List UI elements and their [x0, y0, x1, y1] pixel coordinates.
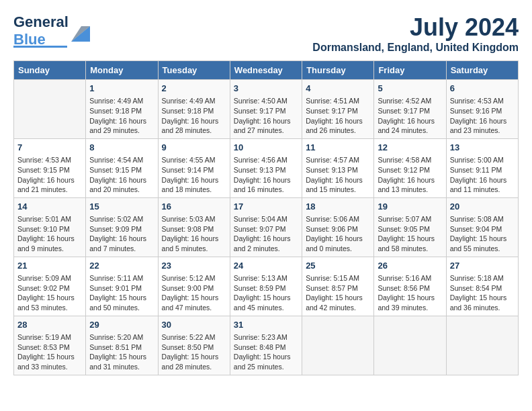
day-of-week-header: Saturday [446, 61, 518, 80]
cell-content-line: and 24 minutes. [378, 126, 442, 136]
cell-content-line: Sunrise: 4:53 AM [450, 96, 515, 106]
cell-content-line: Sunset: 8:57 PM [306, 283, 370, 293]
calendar-week-row: 14Sunrise: 5:01 AMSunset: 9:10 PMDayligh… [14, 197, 519, 257]
cell-content-line: Sunrise: 4:49 AM [162, 96, 226, 106]
day-number: 2 [162, 83, 226, 95]
cell-content-line: and 47 minutes. [162, 303, 226, 313]
cell-content-line: and 7 minutes. [89, 244, 154, 254]
cell-content-line: and 9 minutes. [17, 244, 82, 254]
cell-content-line: and 28 minutes. [162, 362, 226, 372]
cell-content-line: Daylight: 16 hours [378, 175, 442, 185]
page-header: GeneralBlue July 2024 Dormansland, Engla… [13, 13, 519, 54]
cell-content-line: Sunrise: 4:49 AM [89, 96, 154, 106]
location: Dormansland, England, United Kingdom [312, 42, 519, 54]
cell-content-line: and 58 minutes. [378, 244, 442, 254]
cell-content-line: Daylight: 16 hours [378, 116, 442, 126]
day-of-week-header: Tuesday [158, 61, 230, 80]
cell-content-line: Daylight: 15 hours [162, 293, 226, 303]
cell-content-line: Daylight: 15 hours [306, 293, 370, 303]
cell-content-line: Sunset: 9:12 PM [378, 165, 442, 175]
cell-content-line: Sunrise: 5:16 AM [378, 273, 442, 283]
cell-content-line: Daylight: 16 hours [162, 116, 226, 126]
logo-text: GeneralBlue [13, 13, 69, 48]
cell-content-line: and 28 minutes. [162, 126, 226, 136]
cell-content-line: Daylight: 16 hours [162, 175, 226, 185]
cell-content-line: Sunrise: 4:53 AM [17, 155, 82, 165]
calendar-cell: 28Sunrise: 5:19 AMSunset: 8:53 PMDayligh… [14, 316, 86, 375]
day-number: 25 [306, 260, 370, 272]
cell-content-line: Sunset: 8:56 PM [378, 283, 442, 293]
cell-content-line: Sunset: 9:10 PM [17, 224, 82, 234]
day-number: 22 [89, 260, 154, 272]
calendar-cell: 11Sunrise: 4:57 AMSunset: 9:13 PMDayligh… [302, 138, 374, 197]
cell-content-line: Sunrise: 5:02 AM [89, 214, 154, 224]
cell-content-line: and 0 minutes. [306, 244, 370, 254]
day-number: 9 [162, 142, 226, 154]
day-number: 7 [17, 142, 82, 154]
day-of-week-header: Monday [86, 61, 158, 80]
cell-content-line: and 27 minutes. [234, 126, 298, 136]
cell-content-line: Daylight: 15 hours [17, 293, 82, 303]
cell-content-line: and 29 minutes. [89, 126, 154, 136]
cell-content-line: Daylight: 16 hours [234, 175, 298, 185]
cell-content-line: Sunrise: 5:23 AM [234, 332, 298, 342]
day-number: 1 [89, 83, 154, 95]
cell-content-line: Sunrise: 5:01 AM [17, 214, 82, 224]
cell-content-line: and 42 minutes. [306, 303, 370, 313]
cell-content-line: Sunrise: 4:57 AM [306, 155, 370, 165]
cell-content-line: and 2 minutes. [234, 244, 298, 254]
cell-content-line: Sunset: 9:13 PM [234, 165, 298, 175]
calendar-cell: 20Sunrise: 5:08 AMSunset: 9:04 PMDayligh… [446, 197, 518, 257]
cell-content-line: Sunrise: 5:03 AM [162, 214, 226, 224]
day-number: 8 [89, 142, 154, 154]
cell-content-line: Daylight: 15 hours [450, 293, 515, 303]
cell-content-line: and 13 minutes. [378, 185, 442, 195]
logo: GeneralBlue [13, 13, 91, 48]
calendar-cell: 10Sunrise: 4:56 AMSunset: 9:13 PMDayligh… [230, 138, 302, 197]
cell-content-line: Sunrise: 5:12 AM [162, 273, 226, 283]
cell-content-line: Sunrise: 4:58 AM [378, 155, 442, 165]
day-number: 12 [378, 142, 442, 154]
cell-content-line: Daylight: 15 hours [234, 352, 298, 362]
cell-content-line: Sunrise: 4:52 AM [378, 96, 442, 106]
cell-content-line: and 36 minutes. [450, 303, 515, 313]
day-number: 18 [306, 201, 370, 213]
cell-content-line: Daylight: 16 hours [89, 116, 154, 126]
calendar-cell [14, 80, 86, 139]
day-number: 20 [450, 201, 515, 213]
cell-content-line: Sunrise: 5:18 AM [450, 273, 515, 283]
cell-content-line: Sunset: 9:16 PM [450, 106, 515, 116]
cell-content-line: Sunset: 9:04 PM [450, 224, 515, 234]
calendar-cell: 3Sunrise: 4:50 AMSunset: 9:17 PMDaylight… [230, 80, 302, 139]
day-number: 24 [234, 260, 298, 272]
calendar-cell: 15Sunrise: 5:02 AMSunset: 9:09 PMDayligh… [86, 197, 158, 257]
logo-underline [13, 46, 67, 48]
cell-content-line: Sunrise: 4:55 AM [162, 155, 226, 165]
cell-content-line: Sunset: 9:15 PM [89, 165, 154, 175]
cell-content-line: Daylight: 16 hours [17, 234, 82, 244]
calendar-cell: 4Sunrise: 4:51 AMSunset: 9:17 PMDaylight… [302, 80, 374, 139]
calendar-week-row: 7Sunrise: 4:53 AMSunset: 9:15 PMDaylight… [14, 138, 519, 197]
calendar-cell: 19Sunrise: 5:07 AMSunset: 9:05 PMDayligh… [374, 197, 446, 257]
day-number: 16 [162, 201, 226, 213]
cell-content-line: and 53 minutes. [17, 303, 82, 313]
calendar-cell: 31Sunrise: 5:23 AMSunset: 8:48 PMDayligh… [230, 316, 302, 375]
calendar-cell [302, 316, 374, 375]
cell-content-line: Daylight: 15 hours [450, 234, 515, 244]
day-number: 3 [234, 83, 298, 95]
cell-content-line: Sunrise: 5:15 AM [306, 273, 370, 283]
cell-content-line: Sunrise: 4:51 AM [306, 96, 370, 106]
cell-content-line: Sunset: 9:15 PM [17, 165, 82, 175]
cell-content-line: and 23 minutes. [450, 126, 515, 136]
cell-content-line: Sunset: 9:00 PM [162, 283, 226, 293]
day-number: 23 [162, 260, 226, 272]
cell-content-line: Sunrise: 5:06 AM [306, 214, 370, 224]
calendar-cell [374, 316, 446, 375]
calendar-cell: 26Sunrise: 5:16 AMSunset: 8:56 PMDayligh… [374, 257, 446, 316]
cell-content-line: and 31 minutes. [89, 362, 154, 372]
cell-content-line: Sunrise: 5:04 AM [234, 214, 298, 224]
cell-content-line: Sunset: 9:05 PM [378, 224, 442, 234]
calendar-cell [446, 316, 518, 375]
cell-content-line: Sunset: 9:02 PM [17, 283, 82, 293]
cell-content-line: and 5 minutes. [162, 244, 226, 254]
